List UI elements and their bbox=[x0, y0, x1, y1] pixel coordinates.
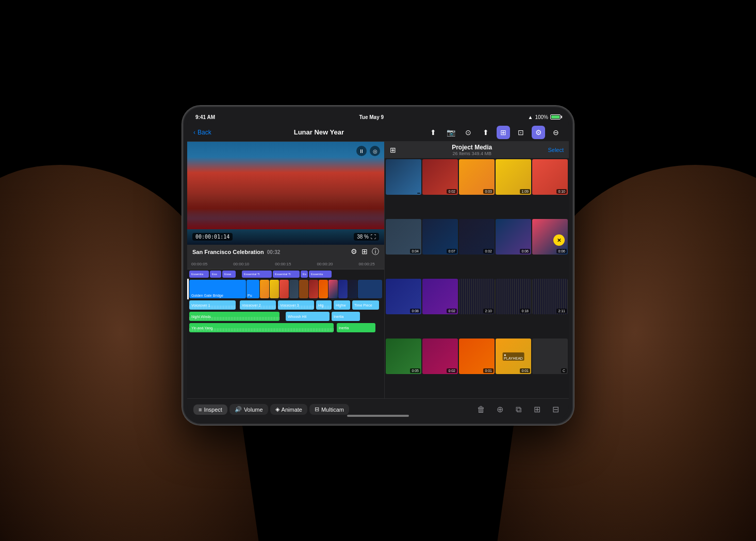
voiceover-1-clip[interactable]: Voiceover 1 bbox=[189, 300, 236, 310]
img-clip-7[interactable] bbox=[319, 280, 328, 298]
clip-label-2: Pu bbox=[248, 294, 252, 297]
video-clip-golden-gate[interactable]: Golden Gate Bridge bbox=[189, 280, 246, 298]
media-browser-button[interactable]: ⊡ bbox=[514, 126, 528, 139]
media-thumb-1[interactable] bbox=[386, 159, 421, 195]
timeline-grid-icon[interactable]: ⊞ bbox=[361, 247, 368, 257]
media-thumb-4[interactable]: 1:09 bbox=[496, 159, 531, 195]
play-pause-button[interactable]: ⏸ bbox=[356, 146, 367, 156]
media-thumb-2[interactable]: 0:02 bbox=[422, 159, 458, 195]
img-clip-9[interactable] bbox=[338, 280, 348, 298]
animate-label: Animate bbox=[282, 407, 302, 413]
img-clip-2[interactable] bbox=[270, 280, 279, 298]
voiceover-3-clip[interactable]: Voiceover 3 bbox=[278, 300, 314, 310]
thumb-duration-8: 0:02 bbox=[483, 249, 494, 253]
image-clips bbox=[260, 280, 357, 298]
img-clip-4[interactable] bbox=[289, 280, 299, 298]
title-clip-5[interactable]: Essential Ti bbox=[273, 270, 300, 278]
media-thumb-20[interactable]: C bbox=[532, 339, 568, 374]
media-thumb-13[interactable]: 2:10 bbox=[459, 279, 495, 314]
select-button[interactable]: Select bbox=[548, 147, 564, 153]
thumb-duration-20: C bbox=[561, 368, 567, 373]
multicam-icon: ⊟ bbox=[315, 406, 319, 413]
volume-label: Volume bbox=[244, 407, 263, 413]
inertia-1-label: Inertia bbox=[334, 315, 343, 318]
media-thumb-17[interactable]: 0:02 bbox=[422, 339, 458, 374]
skip-button[interactable]: ◎ bbox=[370, 146, 380, 156]
media-thumb-15[interactable]: 2:11 bbox=[532, 279, 568, 314]
media-thumb-14[interactable]: 0:18 bbox=[496, 279, 531, 314]
video-clip-2[interactable]: Pu bbox=[246, 280, 259, 298]
inertia-2-clip[interactable]: Inertia bbox=[337, 323, 375, 332]
waveform-nw bbox=[189, 317, 280, 320]
volume-button[interactable]: 🔊 Volume bbox=[229, 404, 268, 415]
highway-clip[interactable]: Highw bbox=[334, 300, 350, 310]
settings-button[interactable]: ⚙ bbox=[532, 126, 545, 139]
close-panel-button-wrapper: ✕ bbox=[553, 234, 565, 246]
media-thumb-3[interactable]: 0:03 bbox=[459, 159, 495, 195]
time-piece-clip[interactable]: Time Piece bbox=[352, 300, 379, 310]
media-thumb-12[interactable]: 0:02 bbox=[422, 279, 458, 314]
info-icon[interactable]: ⓘ bbox=[372, 247, 379, 257]
trim-button[interactable]: ⧉ bbox=[511, 402, 525, 417]
right-panel: ⊞ Project Media 26 Items 349.4 MB Select bbox=[384, 142, 569, 398]
thumb-duration-9: 0:06 bbox=[520, 249, 530, 253]
timeline-area: 00:00:05 00:00:10 00:00:15 00:00:20 00:0… bbox=[187, 259, 384, 373]
yin-yang-clip[interactable]: Yin and Yang bbox=[189, 323, 334, 332]
more-button[interactable]: ⊖ bbox=[549, 126, 563, 139]
export-button[interactable]: ⬆ bbox=[426, 126, 440, 139]
media-thumb-18[interactable]: 0:01 bbox=[459, 339, 495, 374]
settings-icon[interactable]: ⚙ bbox=[351, 247, 357, 257]
title-clip-3[interactable]: Esse bbox=[222, 270, 236, 278]
media-thumb-19[interactable]: ● PLAYHEAD 0:01 bbox=[496, 339, 531, 374]
close-panel-button[interactable]: ✕ bbox=[553, 234, 565, 246]
fullscreen-icon: ⛶ bbox=[371, 234, 376, 240]
preview-bg bbox=[187, 142, 384, 245]
night-winds-clip[interactable]: Night Winds bbox=[189, 312, 280, 321]
img-clip-5[interactable] bbox=[299, 280, 308, 298]
voiceover-2-clip[interactable]: Voiceover 2 bbox=[240, 300, 276, 310]
inertia-1-clip[interactable]: Inertia bbox=[332, 312, 360, 321]
ruler-marks: 00:00:05 00:00:10 00:00:15 00:00:20 00:0… bbox=[191, 262, 375, 266]
media-thumb-9[interactable]: 0:06 bbox=[496, 219, 531, 255]
img-clip-6[interactable] bbox=[309, 280, 318, 298]
animate-button[interactable]: ◈ Animate bbox=[270, 404, 307, 415]
img-clip-3[interactable] bbox=[280, 280, 289, 298]
thumb-duration-13: 2:10 bbox=[483, 309, 494, 313]
thumb-duration-6: 0:04 bbox=[410, 249, 420, 253]
img-clip-10[interactable] bbox=[348, 280, 357, 298]
navigate-button[interactable]: ⊙ bbox=[462, 126, 475, 139]
high-clip[interactable]: Hig bbox=[316, 300, 332, 310]
img-clip-1[interactable] bbox=[260, 280, 269, 298]
left-panel: ⏸ ◎ 00:00:01:14 38 % ⛶ bbox=[187, 142, 384, 398]
title-clip-1[interactable]: Essentia bbox=[189, 270, 209, 278]
timeline-project-name: San Francisco Celebration 00:32 bbox=[192, 249, 280, 255]
detach-button[interactable]: ⊞ bbox=[530, 402, 544, 417]
photo-library-button[interactable]: ⊞ bbox=[497, 126, 510, 139]
more-actions-button[interactable]: ⊟ bbox=[548, 402, 563, 417]
title-clip-7[interactable]: Essentia bbox=[309, 270, 332, 278]
title-clip-6[interactable]: Es bbox=[301, 270, 308, 278]
media-thumb-6[interactable]: 0:04 bbox=[386, 219, 421, 255]
title-clip-4[interactable]: Essential Ti bbox=[242, 270, 272, 278]
media-subtitle: 26 Items 349.4 MB bbox=[396, 151, 548, 156]
add-to-timeline-button[interactable]: ⊕ bbox=[492, 402, 507, 417]
camera-button[interactable]: 📷 bbox=[444, 126, 457, 139]
grid-icon: ⊞ bbox=[390, 146, 396, 154]
whoosh-hit-clip[interactable]: Whoosh Hit bbox=[286, 312, 330, 321]
title-clip-2[interactable]: Ess bbox=[210, 270, 221, 278]
media-thumb-8[interactable]: 0:02 bbox=[459, 219, 495, 255]
video-track: Golden Gate Bridge Pu bbox=[187, 279, 384, 299]
media-thumb-7[interactable]: 0:07 bbox=[422, 219, 458, 255]
trash-button[interactable]: 🗑 bbox=[474, 402, 488, 417]
back-button[interactable]: ‹ Back bbox=[193, 129, 211, 136]
media-thumb-16[interactable]: 0:05 bbox=[386, 339, 421, 374]
media-thumb-5[interactable]: 0:10 bbox=[532, 159, 568, 195]
media-header: ⊞ Project Media 26 Items 349.4 MB Select bbox=[385, 142, 569, 158]
img-clip-8[interactable] bbox=[328, 280, 338, 298]
multicam-button[interactable]: ⊟ Multicam bbox=[309, 404, 349, 415]
media-thumb-11[interactable]: 0:08 bbox=[386, 279, 421, 314]
inspect-button[interactable]: ≡ Inspect bbox=[193, 404, 227, 415]
thumb-duration-16: 0:05 bbox=[410, 368, 420, 373]
status-time: 9:41 AM bbox=[195, 114, 215, 120]
share-button[interactable]: ⬆ bbox=[479, 126, 492, 139]
